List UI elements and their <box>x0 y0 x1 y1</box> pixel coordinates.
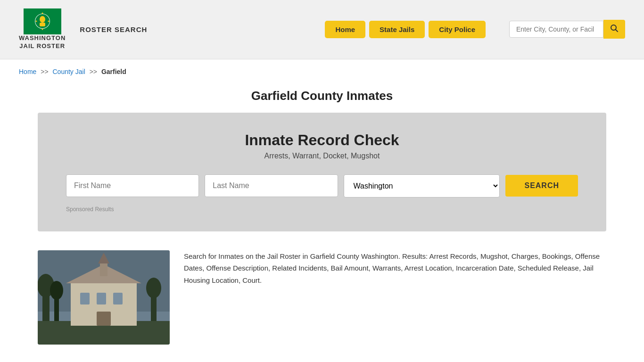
logo-text: WASHINGTON JAIL ROSTER <box>19 34 66 50</box>
svg-rect-20 <box>80 293 90 304</box>
description-text: Search for Inmates on the Jail Roster in… <box>184 250 606 287</box>
inmate-form: Washington Alabama Alaska Arizona Califo… <box>66 174 578 197</box>
breadcrumb-home-link[interactable]: Home <box>19 68 36 75</box>
svg-rect-23 <box>97 312 111 326</box>
inmate-box-title: Inmate Record Check <box>66 132 578 149</box>
inmate-box-subtitle: Arrests, Warrant, Docket, Mugshot <box>66 152 578 160</box>
svg-point-27 <box>146 278 161 298</box>
inmate-search-button[interactable]: SEARCH <box>505 175 578 197</box>
svg-point-17 <box>50 281 63 300</box>
header-search-input[interactable] <box>509 21 603 38</box>
bottom-section: Search for Inmates on the Jail Roster in… <box>0 246 644 359</box>
state-select[interactable]: Washington Alabama Alaska Arizona Califo… <box>344 174 500 197</box>
nav-state-jails-button[interactable]: State Jails <box>369 21 425 38</box>
nav-area: Home State Jails City Police <box>325 21 486 38</box>
roster-search-label: ROSTER SEARCH <box>80 25 147 33</box>
search-icon <box>610 24 619 33</box>
svg-rect-4 <box>40 23 45 26</box>
flag-icon <box>24 8 61 34</box>
svg-rect-22 <box>113 293 123 304</box>
nav-city-police-button[interactable]: City Police <box>429 21 486 38</box>
breadcrumb-sep1: >> <box>41 68 48 75</box>
svg-point-7 <box>35 21 37 22</box>
sponsored-label: Sponsored Results <box>66 206 578 213</box>
svg-rect-21 <box>97 293 106 304</box>
first-name-input[interactable] <box>66 174 199 197</box>
last-name-input[interactable] <box>205 174 338 197</box>
header-search-area <box>509 20 625 39</box>
breadcrumb: Home >> County Jail >> Garfield <box>0 59 644 84</box>
nav-home-button[interactable]: Home <box>325 21 365 38</box>
header-search-button[interactable] <box>603 20 625 39</box>
site-logo: WASHINGTON JAIL ROSTER <box>19 8 66 50</box>
building-svg <box>38 250 170 345</box>
building-image <box>38 250 170 345</box>
svg-line-10 <box>616 30 618 32</box>
page-title: Garfield County Inmates <box>19 89 625 103</box>
svg-rect-24 <box>100 262 107 276</box>
svg-point-6 <box>41 29 43 30</box>
inmate-record-box: Inmate Record Check Arrests, Warrant, Do… <box>38 113 606 231</box>
page-title-area: Garfield County Inmates <box>0 84 644 113</box>
breadcrumb-sep2: >> <box>90 68 97 75</box>
breadcrumb-current: Garfield <box>101 68 126 75</box>
svg-point-8 <box>48 21 49 22</box>
site-header: WASHINGTON JAIL ROSTER ROSTER SEARCH Hom… <box>0 0 644 59</box>
breadcrumb-county-jail-link[interactable]: County Jail <box>53 68 85 75</box>
svg-point-3 <box>40 16 45 23</box>
svg-point-5 <box>41 13 43 14</box>
